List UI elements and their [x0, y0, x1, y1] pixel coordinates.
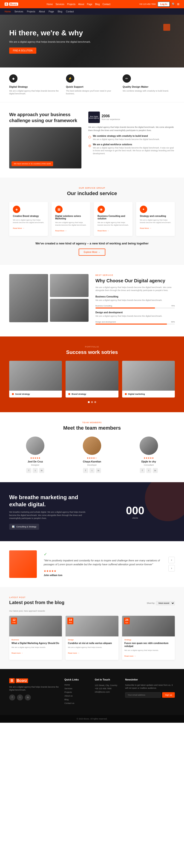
- facebook-icon[interactable]: f: [26, 468, 31, 473]
- footer-link-services[interactable]: Services: [64, 687, 89, 690]
- blog-card-desc-2: We are a digital agency that helps brand…: [125, 649, 173, 652]
- twitter-icon-2[interactable]: t: [146, 468, 151, 473]
- design-progress-label: Design and development 90%: [96, 321, 175, 323]
- blog-card-content-0: Business What a Digital Marketing Agency…: [9, 637, 62, 657]
- team-member-2: ★★★★★ Djajle le chy Consultant f t in: [123, 436, 175, 473]
- testimonial-quote: "We're positively impatient and constant…: [44, 559, 161, 567]
- read-more-1[interactable]: Read more →: [68, 652, 79, 654]
- footer-link-about[interactable]: About us: [64, 695, 89, 697]
- logo-icon: B: [5, 2, 8, 6]
- footer-instagram-icon[interactable]: in: [25, 694, 31, 701]
- blog-sort-select[interactable]: Most recent Oldest: [156, 601, 175, 605]
- facebook-icon-2[interactable]: f: [140, 468, 145, 473]
- hero-cta-button[interactable]: FIND A SOLUTION: [9, 48, 36, 54]
- testimonial-content: ✓ "We're positively impatient and consta…: [44, 552, 161, 577]
- nav-home[interactable]: Home: [47, 3, 53, 5]
- service-link-2[interactable]: Read More →: [98, 230, 109, 232]
- footer-twitter-icon[interactable]: t: [17, 694, 23, 701]
- team-title: Meet the team members: [9, 425, 175, 431]
- prev-testimonial-button[interactable]: ‹: [168, 557, 175, 563]
- newsletter-email-input[interactable]: [125, 692, 161, 698]
- success-section: PORTFOLIO Success work sotries Social st…: [0, 337, 184, 412]
- agency-badge: Blue Digital Brand Agency 2006 from our …: [88, 112, 175, 123]
- testimonial-section: ✓ "We're positively impatient and consta…: [0, 541, 184, 587]
- blog-title: Latest post from the blog: [9, 600, 64, 605]
- carousel-dot-1[interactable]: [91, 401, 93, 403]
- subnav-blog[interactable]: Blog: [58, 10, 62, 13]
- facebook-icon-1[interactable]: f: [83, 468, 88, 473]
- footer-email: info@bcorz.com: [95, 690, 120, 693]
- team-member-1: ★★★★☆ Chaya Karelian Developer f t in: [66, 436, 118, 473]
- twitter-icon-1[interactable]: t: [89, 468, 95, 473]
- subnav-contact[interactable]: Contact: [66, 10, 74, 13]
- explore-button[interactable]: Explore More →: [79, 249, 105, 256]
- footer-link-contact[interactable]: Contact us: [64, 702, 89, 704]
- footer-facebook-icon[interactable]: f: [9, 694, 15, 701]
- service-link-1[interactable]: Read More →: [55, 230, 67, 232]
- design-percent: 90%: [171, 321, 175, 323]
- feature-2-text: We are a global workforce solutions We a…: [93, 143, 175, 155]
- footer-link-projects[interactable]: Projects: [64, 691, 89, 693]
- since-year: 2006: [102, 114, 120, 118]
- global-icon: ◎: [88, 144, 91, 147]
- read-more-2[interactable]: Read more →: [125, 655, 136, 657]
- nav-about[interactable]: About: [78, 3, 84, 5]
- nav-blog[interactable]: Blog: [95, 3, 100, 5]
- carousel-dot-2[interactable]: [94, 401, 96, 403]
- linkedin-icon-2[interactable]: in: [153, 468, 158, 473]
- marketing-badge: 📊 Consulting & Strategy: [9, 524, 39, 530]
- next-testimonial-button[interactable]: ›: [168, 565, 175, 571]
- grid-icon[interactable]: ⊞: [177, 2, 179, 6]
- blog-tag-1: Design: [68, 639, 116, 641]
- blog-img-2: 24 Apr: [122, 616, 175, 637]
- subnav-home[interactable]: Home: [5, 10, 11, 13]
- footer-link-blog[interactable]: Blog: [64, 699, 89, 701]
- subnav-projects[interactable]: Projects: [27, 10, 35, 13]
- nav-projects[interactable]: Projects: [67, 3, 75, 5]
- blog-grid: 12 Feb Business What a Digital Marketing…: [9, 616, 175, 660]
- feature-digital-strategy: ◆ Digital Strategy We are a digital agen…: [9, 74, 61, 95]
- blog-section: LATEST POST Latest post from the blog Sh…: [0, 587, 184, 669]
- read-more-0[interactable]: Read more →: [11, 652, 23, 654]
- service-digital-solutions: ▦ Digital solutions solves Marketing We …: [52, 202, 90, 236]
- team-section: TEAM MEMBERS Meet the team members ★★★★★…: [0, 412, 184, 482]
- footer-phone: +00 123 456 7890: [95, 687, 120, 690]
- feature-quality-design: ✏ Quality Design Maker We combine strate…: [123, 74, 175, 95]
- linkedin-icon[interactable]: in: [39, 468, 44, 473]
- success-card-label-2: Digital marketing: [122, 391, 175, 398]
- services-tagline: We've created a new kind of agency – a n…: [9, 242, 175, 246]
- service-icon-1: ▦: [55, 206, 62, 213]
- why-label: BEST SERVICE: [96, 274, 175, 276]
- search-icon[interactable]: 🔍: [172, 2, 175, 6]
- services-grid: ◈ Creative Brand strategy We are a digit…: [9, 202, 175, 236]
- testimonial-author: John william tom: [44, 574, 161, 577]
- success-dot-0: [12, 393, 14, 395]
- blog-card-title-0: What a Digital Marketing Agency Should D…: [11, 642, 59, 645]
- service-link-3[interactable]: Read More →: [140, 227, 151, 229]
- services-section: OUR SERVICE GROUP Our included service ◈…: [0, 178, 184, 265]
- nav-page[interactable]: Page: [87, 3, 92, 5]
- service-creative-brand: ◈ Creative Brand strategy We are a digit…: [9, 202, 48, 236]
- agency-logo: Blue Digital Brand Agency: [88, 112, 100, 123]
- footer-link-home[interactable]: Home: [64, 684, 89, 686]
- nav-contact[interactable]: Contact: [102, 3, 110, 5]
- testimonial-image: [9, 550, 37, 578]
- consulting-progress-label: Business Consulting 75%: [96, 305, 175, 307]
- linkedin-icon-1[interactable]: in: [96, 468, 101, 473]
- feature-design-desc: We combine strategy with creativity to b…: [123, 90, 175, 92]
- login-button[interactable]: Log In: [158, 2, 170, 7]
- subnav-page[interactable]: Page: [49, 10, 54, 13]
- success-card-2: Digital marketing: [122, 361, 175, 398]
- nav-services[interactable]: Services: [55, 3, 64, 5]
- subnav-services[interactable]: Services: [15, 10, 23, 13]
- blog-date-1: 18 Mar: [68, 618, 73, 624]
- nav-logo[interactable]: B Bcorz: [5, 2, 18, 6]
- subnav-about[interactable]: About: [39, 10, 45, 13]
- service-link-0[interactable]: Read More →: [13, 227, 24, 229]
- newsletter-submit-button[interactable]: Sign up: [162, 692, 175, 698]
- twitter-icon[interactable]: t: [33, 468, 38, 473]
- carousel-dot-0[interactable]: [88, 401, 90, 403]
- why-desc: We are a digital agency that helps brand…: [96, 286, 175, 292]
- service-desc-1: We are a digital agency that helps brand…: [55, 221, 86, 226]
- hero-content: Hi there, we're & why We are a digital a…: [9, 28, 101, 54]
